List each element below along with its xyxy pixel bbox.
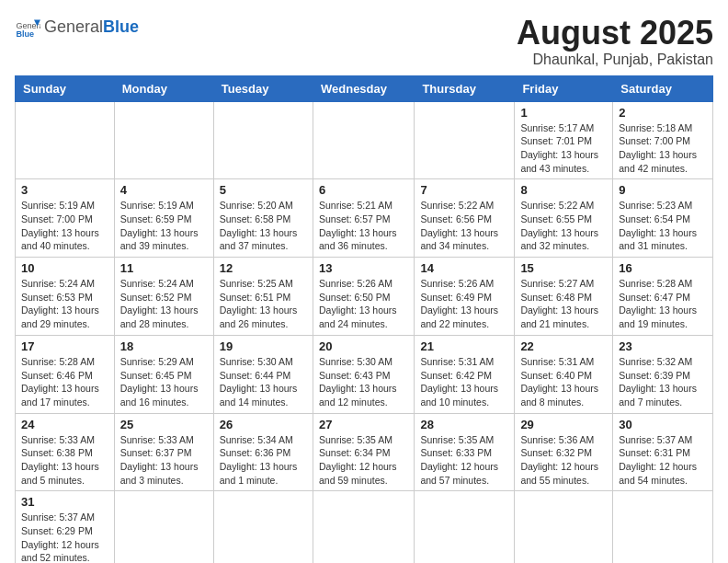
logo-general-text: General	[44, 17, 103, 36]
day-number: 1	[520, 106, 607, 120]
calendar-cell: 29Sunrise: 5:36 AM Sunset: 6:32 PM Dayli…	[515, 413, 613, 491]
calendar-cell: 24Sunrise: 5:33 AM Sunset: 6:38 PM Dayli…	[16, 413, 115, 491]
day-info: Sunrise: 5:30 AM Sunset: 6:43 PM Dayligh…	[319, 355, 408, 409]
day-info: Sunrise: 5:27 AM Sunset: 6:48 PM Dayligh…	[520, 277, 607, 331]
day-info: Sunrise: 5:35 AM Sunset: 6:34 PM Dayligh…	[319, 433, 408, 488]
calendar-cell: 28Sunrise: 5:35 AM Sunset: 6:33 PM Dayli…	[415, 413, 515, 491]
weekday-header-saturday: Saturday	[613, 75, 713, 101]
day-number: 26	[220, 418, 307, 431]
calendar-cell	[114, 491, 213, 563]
day-info: Sunrise: 5:29 AM Sunset: 6:45 PM Dayligh…	[120, 355, 208, 409]
calendar-cell: 3Sunrise: 5:19 AM Sunset: 7:00 PM Daylig…	[16, 179, 115, 258]
day-info: Sunrise: 5:26 AM Sunset: 6:49 PM Dayligh…	[420, 277, 508, 331]
calendar-cell: 15Sunrise: 5:27 AM Sunset: 6:48 PM Dayli…	[515, 258, 613, 336]
day-info: Sunrise: 5:23 AM Sunset: 6:54 PM Dayligh…	[619, 199, 707, 253]
day-number: 12	[220, 261, 307, 275]
calendar-cell: 6Sunrise: 5:21 AM Sunset: 6:57 PM Daylig…	[313, 179, 414, 258]
calendar-cell: 18Sunrise: 5:29 AM Sunset: 6:45 PM Dayli…	[114, 335, 213, 413]
calendar-cell: 21Sunrise: 5:31 AM Sunset: 6:42 PM Dayli…	[415, 335, 515, 413]
day-info: Sunrise: 5:18 AM Sunset: 7:00 PM Dayligh…	[619, 121, 707, 176]
day-number: 30	[619, 418, 707, 431]
day-number: 15	[520, 261, 607, 275]
calendar-cell: 13Sunrise: 5:26 AM Sunset: 6:50 PM Dayli…	[313, 258, 414, 336]
calendar-cell: 10Sunrise: 5:24 AM Sunset: 6:53 PM Dayli…	[16, 258, 115, 336]
calendar-table: SundayMondayTuesdayWednesdayThursdayFrid…	[15, 75, 713, 563]
calendar-cell: 14Sunrise: 5:26 AM Sunset: 6:49 PM Dayli…	[415, 258, 515, 336]
weekday-header-monday: Monday	[114, 75, 213, 101]
day-number: 2	[619, 106, 707, 120]
calendar-cell: 26Sunrise: 5:34 AM Sunset: 6:36 PM Dayli…	[213, 413, 313, 491]
day-number: 23	[619, 339, 707, 353]
calendar-cell: 31Sunrise: 5:37 AM Sunset: 6:29 PM Dayli…	[16, 491, 115, 563]
day-info: Sunrise: 5:19 AM Sunset: 6:59 PM Dayligh…	[120, 199, 208, 253]
day-number: 17	[21, 339, 108, 353]
day-number: 9	[619, 183, 707, 197]
day-number: 4	[120, 183, 208, 197]
day-info: Sunrise: 5:37 AM Sunset: 6:31 PM Dayligh…	[619, 433, 707, 488]
day-info: Sunrise: 5:35 AM Sunset: 6:33 PM Dayligh…	[420, 433, 508, 488]
day-number: 24	[21, 418, 108, 431]
svg-text:Blue: Blue	[16, 29, 34, 39]
calendar-cell: 17Sunrise: 5:28 AM Sunset: 6:46 PM Dayli…	[16, 335, 115, 413]
day-info: Sunrise: 5:21 AM Sunset: 6:57 PM Dayligh…	[319, 199, 408, 253]
day-number: 22	[520, 339, 607, 353]
day-info: Sunrise: 5:28 AM Sunset: 6:46 PM Dayligh…	[21, 355, 108, 409]
day-number: 5	[220, 183, 307, 197]
weekday-header-thursday: Thursday	[415, 75, 515, 101]
weekday-header-friday: Friday	[515, 75, 613, 101]
day-info: Sunrise: 5:33 AM Sunset: 6:37 PM Dayligh…	[120, 433, 208, 488]
day-number: 10	[21, 261, 108, 275]
calendar-week-row: 24Sunrise: 5:33 AM Sunset: 6:38 PM Dayli…	[16, 413, 713, 491]
calendar-cell	[213, 101, 313, 179]
weekday-header-wednesday: Wednesday	[313, 75, 414, 101]
calendar-cell: 12Sunrise: 5:25 AM Sunset: 6:51 PM Dayli…	[213, 258, 313, 336]
calendar-cell	[415, 491, 515, 563]
calendar-cell: 2Sunrise: 5:18 AM Sunset: 7:00 PM Daylig…	[613, 101, 713, 179]
calendar-week-row: 10Sunrise: 5:24 AM Sunset: 6:53 PM Dayli…	[16, 258, 713, 336]
day-number: 29	[520, 418, 607, 431]
calendar-cell: 5Sunrise: 5:20 AM Sunset: 6:58 PM Daylig…	[213, 179, 313, 258]
day-info: Sunrise: 5:26 AM Sunset: 6:50 PM Dayligh…	[319, 277, 408, 331]
calendar-cell: 11Sunrise: 5:24 AM Sunset: 6:52 PM Dayli…	[114, 258, 213, 336]
day-info: Sunrise: 5:36 AM Sunset: 6:32 PM Dayligh…	[520, 433, 607, 488]
day-number: 8	[520, 183, 607, 197]
calendar-cell	[16, 101, 115, 179]
title-section: August 2025 Dhaunkal, Punjab, Pakistan	[517, 15, 713, 68]
calendar-cell	[213, 491, 313, 563]
logo-blue-text: Blue	[103, 17, 139, 36]
day-number: 28	[420, 418, 508, 431]
calendar-cell: 22Sunrise: 5:31 AM Sunset: 6:40 PM Dayli…	[515, 335, 613, 413]
location-subtitle: Dhaunkal, Punjab, Pakistan	[517, 52, 713, 68]
calendar-cell	[313, 101, 414, 179]
logo: General Blue GeneralBlue	[15, 15, 139, 40]
calendar-cell: 16Sunrise: 5:28 AM Sunset: 6:47 PM Dayli…	[613, 258, 713, 336]
calendar-week-row: 31Sunrise: 5:37 AM Sunset: 6:29 PM Dayli…	[16, 491, 713, 563]
calendar-cell: 20Sunrise: 5:30 AM Sunset: 6:43 PM Dayli…	[313, 335, 414, 413]
day-info: Sunrise: 5:25 AM Sunset: 6:51 PM Dayligh…	[220, 277, 307, 331]
day-info: Sunrise: 5:31 AM Sunset: 6:42 PM Dayligh…	[420, 355, 508, 409]
day-number: 14	[420, 261, 508, 275]
calendar-cell: 23Sunrise: 5:32 AM Sunset: 6:39 PM Dayli…	[613, 335, 713, 413]
calendar-cell	[415, 101, 515, 179]
calendar-cell: 9Sunrise: 5:23 AM Sunset: 6:54 PM Daylig…	[613, 179, 713, 258]
calendar-cell: 1Sunrise: 5:17 AM Sunset: 7:01 PM Daylig…	[515, 101, 613, 179]
day-number: 6	[319, 183, 408, 197]
day-number: 11	[120, 261, 208, 275]
day-number: 7	[420, 183, 508, 197]
day-info: Sunrise: 5:22 AM Sunset: 6:55 PM Dayligh…	[520, 199, 607, 253]
day-info: Sunrise: 5:22 AM Sunset: 6:56 PM Dayligh…	[420, 199, 508, 253]
day-number: 13	[319, 261, 408, 275]
calendar-cell: 8Sunrise: 5:22 AM Sunset: 6:55 PM Daylig…	[515, 179, 613, 258]
calendar-cell	[114, 101, 213, 179]
calendar-cell: 30Sunrise: 5:37 AM Sunset: 6:31 PM Dayli…	[613, 413, 713, 491]
calendar-week-row: 3Sunrise: 5:19 AM Sunset: 7:00 PM Daylig…	[16, 179, 713, 258]
day-info: Sunrise: 5:24 AM Sunset: 6:52 PM Dayligh…	[120, 277, 208, 331]
day-info: Sunrise: 5:31 AM Sunset: 6:40 PM Dayligh…	[520, 355, 607, 409]
month-year-title: August 2025	[517, 15, 713, 52]
calendar-week-row: 1Sunrise: 5:17 AM Sunset: 7:01 PM Daylig…	[16, 101, 713, 179]
logo-icon: General Blue	[15, 15, 40, 40]
day-info: Sunrise: 5:19 AM Sunset: 7:00 PM Dayligh…	[21, 199, 108, 253]
day-number: 21	[420, 339, 508, 353]
calendar-cell: 19Sunrise: 5:30 AM Sunset: 6:44 PM Dayli…	[213, 335, 313, 413]
calendar-cell: 27Sunrise: 5:35 AM Sunset: 6:34 PM Dayli…	[313, 413, 414, 491]
